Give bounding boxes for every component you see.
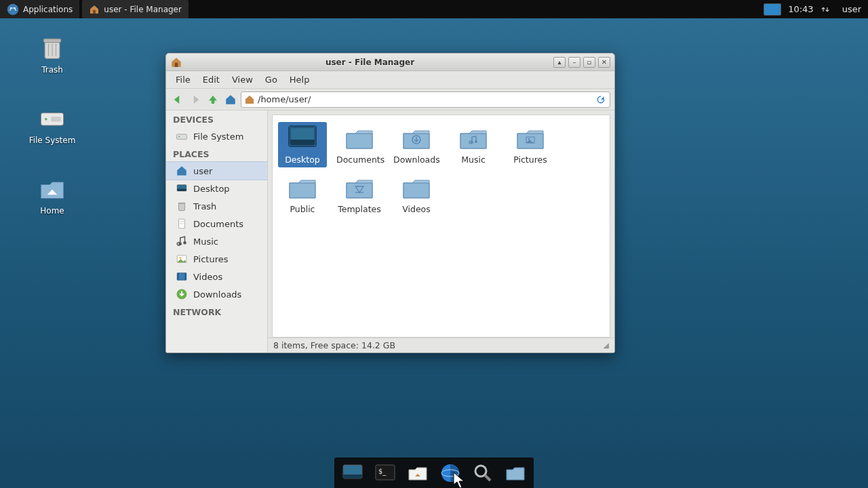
sidebar-heading-places: PLACES: [166, 145, 267, 162]
location-bar[interactable]: /home/user/: [241, 92, 610, 108]
svg-rect-40: [343, 474, 362, 479]
svg-rect-28: [185, 273, 186, 281]
svg-rect-17: [179, 203, 185, 211]
sidebar-item-label: Pictures: [193, 254, 228, 264]
folder-public[interactable]: Public: [278, 171, 327, 217]
menu-file[interactable]: File: [170, 73, 196, 87]
panel-tray: 10:43 user: [764, 0, 868, 18]
menubar: File Edit View Go Help: [166, 71, 614, 89]
window-rollup-button[interactable]: ▴: [553, 57, 566, 68]
svg-point-0: [7, 3, 19, 15]
forward-button[interactable]: [188, 92, 203, 107]
trash-icon: [176, 200, 188, 212]
folder-view[interactable]: DesktopDocumentsDownloadsMusicPicturesPu…: [272, 115, 610, 338]
window-maximize-button[interactable]: ▫: [583, 57, 595, 68]
folder-label: Desktop: [279, 155, 326, 165]
sidebar-item-label: Desktop: [193, 184, 230, 194]
content-wrap: DesktopDocumentsDownloadsMusicPicturesPu…: [268, 110, 614, 352]
sidebar-item-downloads[interactable]: Downloads: [166, 285, 267, 303]
workspace-switcher[interactable]: [764, 3, 781, 16]
pictures-icon: [176, 253, 188, 265]
reload-button[interactable]: [595, 94, 607, 106]
sidebar-item-videos[interactable]: Videos: [166, 268, 267, 285]
sidebar: DEVICES File System PLACES userDesktopTr…: [166, 110, 268, 352]
music-icon: [176, 235, 188, 247]
svg-point-23: [183, 241, 186, 245]
network-icon[interactable]: [821, 5, 830, 14]
folder-downloads[interactable]: Downloads: [392, 122, 441, 167]
menu-go[interactable]: Go: [260, 73, 283, 87]
folder-documents[interactable]: Documents: [335, 122, 384, 167]
parent-dir-button[interactable]: [205, 92, 220, 107]
drive-icon: [37, 103, 67, 133]
folder-label: Downloads: [393, 155, 439, 165]
svg-point-37: [528, 138, 530, 140]
folder-desktop[interactable]: Desktop: [278, 122, 327, 167]
sidebar-item-music[interactable]: Music: [166, 232, 267, 250]
folder-icon: [343, 174, 376, 201]
desktop-icon-filesystem[interactable]: File System: [22, 103, 83, 145]
sidebar-item-trash[interactable]: Trash: [166, 197, 267, 215]
user-menu[interactable]: user: [837, 4, 861, 14]
home-button[interactable]: [223, 92, 238, 107]
sidebar-item-desktop[interactable]: Desktop: [166, 180, 267, 197]
back-button[interactable]: [170, 92, 185, 107]
desktop-icon-trash[interactable]: Trash: [22, 33, 83, 75]
sidebar-item-user[interactable]: user: [166, 162, 267, 180]
sidebar-heading-network: NETWORK: [166, 303, 267, 320]
folder-label: Pictures: [507, 155, 553, 165]
folder-label: Videos: [393, 204, 439, 214]
sidebar-item-pictures[interactable]: Pictures: [166, 250, 267, 268]
sidebar-item-label: Videos: [193, 272, 222, 282]
svg-point-1: [10, 7, 12, 8]
window-close-button[interactable]: ✕: [598, 57, 610, 68]
folder-label: Documents: [336, 155, 382, 165]
svg-point-45: [475, 466, 486, 476]
folder-icon: [457, 125, 490, 152]
folder-music[interactable]: Music: [449, 122, 498, 167]
svg-rect-31: [290, 140, 315, 145]
file-manager-window: user - File Manager ▴ – ▫ ✕ File Edit Vi…: [165, 53, 615, 353]
menu-view[interactable]: View: [226, 73, 258, 87]
resize-grip[interactable]: ◢: [604, 341, 609, 350]
sidebar-item-filesystem[interactable]: File System: [166, 127, 267, 145]
svg-rect-3: [93, 9, 96, 13]
dock-show-desktop[interactable]: [340, 462, 366, 485]
dock-user-folder[interactable]: [502, 462, 528, 485]
sidebar-item-label: Documents: [193, 219, 243, 229]
taskbar-item-file-manager[interactable]: user - File Manager: [82, 0, 189, 18]
dock-file-manager[interactable]: [405, 462, 431, 485]
folder-templates[interactable]: Templates: [335, 171, 384, 217]
desktop-icon-home[interactable]: Home: [22, 174, 83, 216]
window-controls: ▴ – ▫ ✕: [553, 57, 610, 68]
folder-videos[interactable]: Videos: [392, 171, 441, 217]
applications-menu-button[interactable]: Applications: [0, 0, 79, 18]
window-minimize-button[interactable]: –: [568, 57, 580, 68]
titlebar[interactable]: user - File Manager ▴ – ▫ ✕: [166, 54, 614, 71]
dock-app-finder[interactable]: [470, 462, 496, 485]
dock-terminal[interactable]: $_: [372, 462, 398, 485]
svg-text:$_: $_: [378, 468, 387, 476]
desktop-icon: [176, 182, 188, 195]
clock[interactable]: 10:43: [788, 4, 813, 14]
applications-menu-label: Applications: [23, 5, 73, 14]
desktop-icon-label: Home: [22, 206, 83, 216]
svg-point-2: [14, 7, 16, 8]
folder-icon: [514, 125, 547, 152]
menu-help[interactable]: Help: [284, 73, 315, 87]
drive-icon: [176, 130, 188, 142]
sidebar-item-label: Downloads: [193, 289, 241, 300]
svg-point-10: [45, 118, 47, 121]
svg-rect-5: [43, 39, 61, 43]
svg-rect-18: [178, 203, 186, 204]
folder-icon: [286, 174, 319, 201]
home-icon: [170, 56, 182, 68]
menu-edit[interactable]: Edit: [197, 73, 225, 87]
dock-web-browser[interactable]: [437, 462, 463, 485]
sidebar-item-documents[interactable]: Documents: [166, 215, 267, 232]
folder-label: Templates: [336, 204, 382, 214]
taskbar-item-label: user - File Manager: [104, 5, 182, 14]
folder-pictures[interactable]: Pictures: [506, 122, 555, 167]
window-title: user - File Manager: [186, 58, 553, 67]
svg-rect-27: [177, 273, 178, 281]
